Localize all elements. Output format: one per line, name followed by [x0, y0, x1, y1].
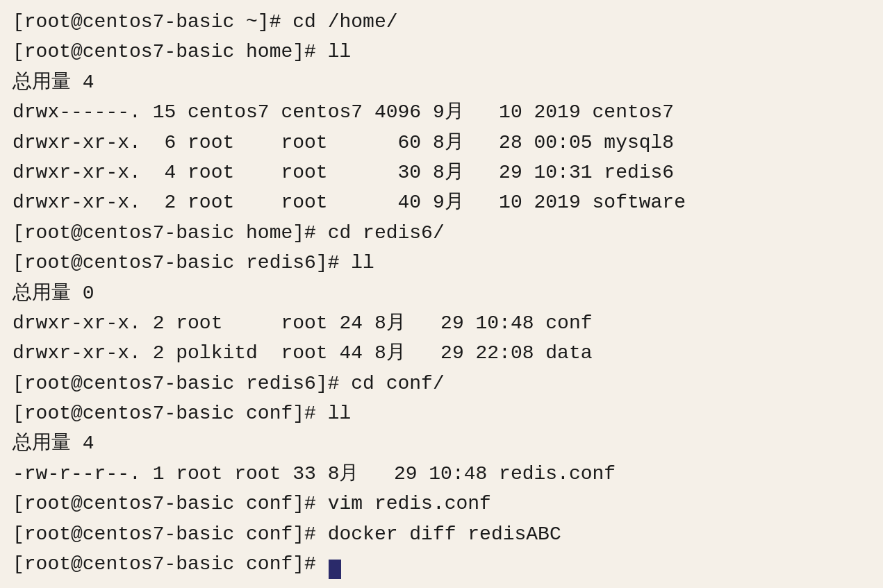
terminal-line: [root@centos7-basic home]# cd redis6/ [13, 218, 870, 248]
terminal-line: drwxr-xr-x. 4 root root 30 8月 29 10:31 r… [13, 158, 870, 187]
terminal-line: drwx------. 15 centos7 centos7 4096 9月 1… [13, 97, 870, 127]
terminal-line: [root@centos7-basic home]# ll [13, 37, 870, 67]
terminal-line: [root@centos7-basic redis6]# ll [13, 248, 870, 278]
terminal-cursor [329, 560, 341, 579]
terminal-line: 总用量 4 [13, 428, 870, 458]
terminal-line: drwxr-xr-x. 6 root root 60 8月 28 00:05 m… [13, 128, 870, 158]
terminal-line: 总用量 0 [13, 278, 870, 308]
terminal-line: drwxr-xr-x. 2 root root 40 9月 10 2019 so… [13, 187, 870, 217]
terminal-line: [root@centos7-basic conf]# vim redis.con… [13, 489, 870, 519]
terminal-line: 总用量 4 [13, 67, 870, 97]
terminal-line: -rw-r--r--. 1 root root 33 8月 29 10:48 r… [13, 459, 870, 489]
terminal-line: drwxr-xr-x. 2 root root 24 8月 29 10:48 c… [13, 308, 870, 338]
terminal-line: [root@centos7-basic redis6]# cd conf/ [13, 369, 870, 398]
terminal-line: [root@centos7-basic conf]# [13, 549, 870, 579]
terminal-line: [root@centos7-basic conf]# docker diff r… [13, 519, 870, 549]
terminal-line: drwxr-xr-x. 2 polkitd root 44 8月 29 22:0… [13, 338, 870, 368]
terminal-line: [root@centos7-basic ~]# cd /home/ [13, 7, 870, 37]
terminal-window: [root@centos7-basic ~]# cd /home/[root@c… [0, 0, 883, 588]
terminal-line: [root@centos7-basic conf]# ll [13, 398, 870, 428]
